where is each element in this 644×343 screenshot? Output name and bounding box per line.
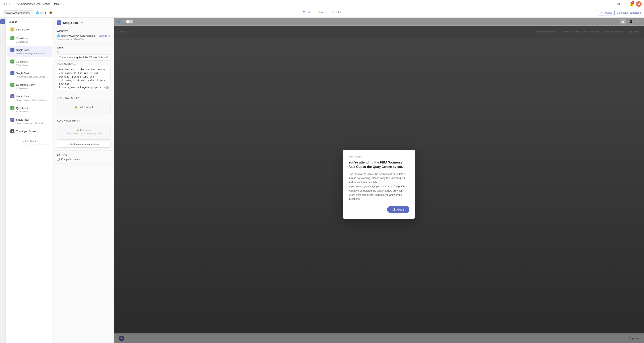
mobile-device-btn[interactable]: 📱 <box>628 19 634 24</box>
st3-sub: You're new to Sydney and interested in l… <box>10 99 49 101</box>
locked-sub-text: Thank you text completion text goes here <box>59 132 108 135</box>
q2-title: Questions <box>16 60 28 63</box>
emoji-icon[interactable]: 😊 <box>49 11 52 14</box>
shield-icon[interactable]: 🛡 <box>40 11 43 14</box>
locked-label: 🔒 Edit is locked <box>74 106 93 109</box>
panel-task-icon: ✓ <box>57 20 61 25</box>
task-section-title: Task <box>57 46 110 49</box>
refresh-icon[interactable]: ↺ <box>108 34 110 37</box>
qc-sub: 7 Questions <box>10 87 49 89</box>
preview-toolbar-icons: 🌐 ↺ <box>116 20 133 23</box>
sidebar-item-questions1[interactable]: ≡ Questions 2 Questions <box>7 34 52 45</box>
sidebar-item-thankyou[interactable]: ★ Thank you Screen <box>7 127 52 135</box>
preview-refresh-icon[interactable]: ↺ <box>122 20 124 23</box>
comment-icon[interactable]: 💬 <box>106 86 109 89</box>
sidebar-item-questions-copy[interactable]: ≡ Questions Copy 7 Questions <box>7 81 52 92</box>
ty-header: ★ Thank you Screen <box>10 129 49 133</box>
q3-sub: 5 Questions <box>10 110 49 113</box>
questions3-icon: ≡ <box>10 106 14 110</box>
tab-create[interactable]: Create <box>303 11 311 15</box>
ellipsis-icon: ··· <box>2 33 4 36</box>
questions2-icon: ≡ <box>10 59 14 63</box>
q1-title: Questions <box>16 37 28 40</box>
title-label: TITLE ℹ <box>57 51 110 53</box>
completion-screen-checkbox[interactable] <box>57 158 60 161</box>
intro-icon: 🏠 <box>10 27 14 31</box>
folder-icon[interactable]: 🗂 <box>617 2 621 6</box>
back-btn[interactable]: ↩ <box>635 19 642 24</box>
st2-header: ✓ Single Task <box>10 71 49 75</box>
change-button[interactable]: Change <box>99 34 107 37</box>
desktop-device-btn[interactable]: 🖥 <box>620 19 626 24</box>
preview-toggle[interactable] <box>126 20 133 23</box>
notification-badge: 2 <box>631 1 634 4</box>
user-avatar[interactable]: YI <box>636 1 642 7</box>
task-modal-label: YOUR TASK <box>348 155 410 158</box>
sidebar-item-single-task3[interactable]: ✓ Single Task You're new to Sydney and i… <box>7 92 52 103</box>
add-block-button[interactable]: + Add Block <box>9 138 50 145</box>
globe-icon[interactable]: 🌐 <box>36 11 39 14</box>
preview-globe-icon[interactable]: 🌐 <box>116 20 120 23</box>
mini-nav-ellipsis[interactable]: ··· <box>0 32 5 37</box>
website-preview: Contact Us Newsletter Sign Up Whats On T… <box>114 26 644 343</box>
sidebar-item-intro[interactable]: 🏠 Intro Screen <box>7 25 52 33</box>
mini-nav-layers[interactable]: ≡ <box>0 19 5 24</box>
main-layout: ≡ + ··· Blocks 🏠 Intro Screen ≡ Question… <box>0 18 644 343</box>
more-button[interactable]: More ▾ <box>52 2 64 6</box>
blocks-header: Blocks <box>6 18 54 25</box>
completion-screen-label: Completion screen <box>61 158 81 161</box>
blocks-sidebar: Blocks 🏠 Intro Screen ≡ Questions 2 Ques… <box>6 18 54 343</box>
task-title-input[interactable] <box>57 54 110 60</box>
task-section: Task TITLE ℹ INSTRUCTIONS ℹ Use the map … <box>54 43 114 94</box>
lock-icon: 🔒 <box>74 106 78 109</box>
ty-title: Thank you Screen <box>16 130 37 133</box>
sidebar-item-questions3[interactable]: ≡ Questions 5 Questions <box>7 104 52 115</box>
panel-title: Single Task <box>63 21 80 24</box>
st4-header: ✓ Single Task <box>10 118 49 122</box>
sidebar-item-single-task2[interactable]: ✓ Single Task The game at the Quay Centr… <box>7 69 52 80</box>
extras-section: EXTRAS Completion screen <box>54 151 114 164</box>
notifications-icon[interactable]: 🔔 2 <box>630 2 634 6</box>
url-icons: 🌐 🛡 ⬆ <box>36 11 47 14</box>
sidebar-item-single-task4[interactable]: ✓ Single Task You're a manager of a smal… <box>7 116 52 126</box>
st1-header: ✓ Single Task <box>10 48 49 52</box>
preview-button[interactable]: ↗ Preview <box>597 10 614 15</box>
breadcrumb-separator: > <box>9 2 11 5</box>
st4-title: Single Task <box>16 118 29 121</box>
more-label: More <box>54 2 60 5</box>
website-globe-icon: 🌐 <box>57 34 60 37</box>
instructions-label: INSTRUCTIONS ℹ <box>57 62 110 65</box>
st4-sub: You're a manager of a small team, lookin… <box>10 122 49 124</box>
sidebar-item-questions2[interactable]: ≡ Questions 3 Questions <box>7 57 52 68</box>
st1-sub: You're attending the FIBA Women's Asia C… <box>10 52 49 55</box>
thankyou-icon: ★ <box>10 129 14 133</box>
edit-locked-label: Edit locked <box>80 129 91 131</box>
website-section: Website 🌐 https://www.sydneyolympicpark.… <box>54 27 114 43</box>
extras-title: EXTRAS <box>57 153 110 156</box>
project-name: SOPA Unmoderated User Testing <box>12 2 50 5</box>
breadcrumb: DPE > SOPA Unmoderated User Testing <box>2 2 50 5</box>
q3-header: ≡ Questions <box>10 106 49 110</box>
preview-toggle-knob <box>126 20 129 23</box>
q3-title: Questions <box>16 107 28 110</box>
top-bar: DPE > SOPA Unmoderated User Testing More… <box>0 0 644 8</box>
tab-results[interactable]: Results <box>332 11 341 15</box>
st1-title: Single Task <box>16 48 29 51</box>
tab-share[interactable]: Share <box>318 11 325 15</box>
middle-panel: ✓ Single Task ✏ Website 🌐 https://www.sy… <box>54 18 114 343</box>
website-section-title: Website <box>57 30 110 33</box>
edit-icon[interactable]: ✏ <box>81 21 84 24</box>
task-completion-label: TASK COMPLETION <box>57 120 110 123</box>
add-block-label: + Add Block <box>23 140 36 143</box>
add-alternative-completion-button[interactable]: + Add alternative completion <box>57 141 110 148</box>
help-icon[interactable]: ? <box>623 2 627 6</box>
share-icon[interactable]: ⬆ <box>44 11 47 14</box>
instructions-textarea[interactable]: Use the map to locate the nearest car pa… <box>57 66 110 90</box>
ok-got-it-button[interactable]: Ok. Got it! <box>387 206 410 213</box>
single-task2-icon: ✓ <box>10 71 14 75</box>
instructions-info-icon: ℹ <box>76 63 76 65</box>
questions1-icon: ≡ <box>10 36 14 40</box>
qc-header: ≡ Questions Copy <box>10 83 49 87</box>
mini-nav-add[interactable]: + <box>0 26 5 30</box>
sidebar-item-single-task1[interactable]: ✓ Single Task You're attending the FIBA … <box>7 46 52 57</box>
